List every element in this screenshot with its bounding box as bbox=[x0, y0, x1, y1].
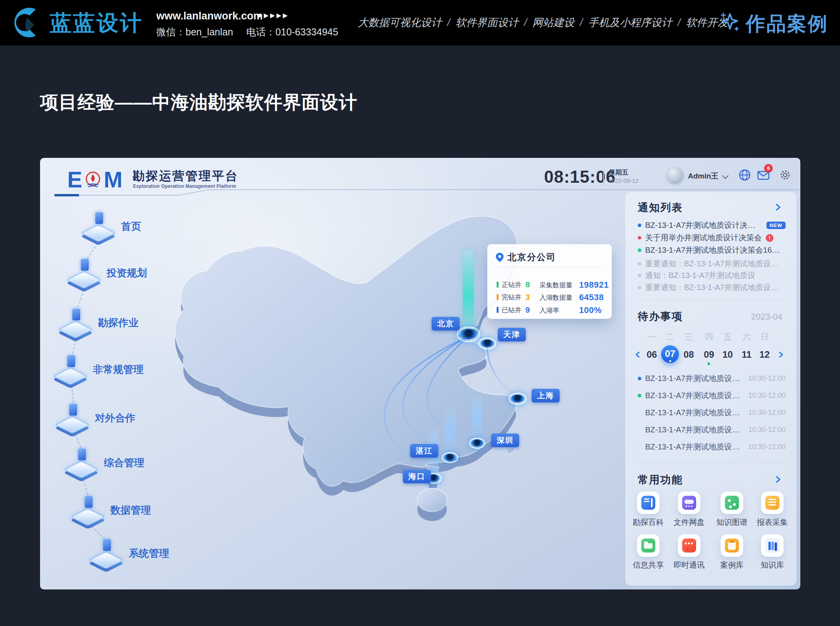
sidebar-item-system-management[interactable]: 系统管理 bbox=[89, 537, 169, 570]
calendar-day[interactable]: 08 bbox=[679, 349, 698, 360]
nav-item-bigdata[interactable]: 大数据可视化设计 bbox=[358, 17, 442, 28]
calendar-day[interactable]: 09 bbox=[700, 349, 718, 360]
notice-item[interactable]: 重要通知：BZ-13-1-A7井测试地质设计决策会16日14... bbox=[638, 259, 786, 269]
calendar-prev-arrow-icon[interactable] bbox=[635, 351, 641, 358]
selected-day-dot bbox=[669, 360, 671, 362]
notice-item[interactable]: 关于用举办井测试地质设计决策会! bbox=[638, 233, 786, 243]
calendar-day[interactable]: 10 bbox=[718, 349, 737, 360]
zhanjiang-marker[interactable] bbox=[442, 452, 458, 463]
lanlan-logo-icon bbox=[12, 6, 44, 39]
popup-stat-drilled: 已钻井 9 bbox=[497, 305, 530, 315]
sidebar-item-exploration-operations[interactable]: 勘探作业 bbox=[58, 306, 138, 339]
notice-item[interactable]: 重要通知：BZ-13-1-A7井测试地质设计决策会16日14... bbox=[638, 282, 786, 293]
portfolio-link[interactable]: 作品案例 bbox=[746, 11, 828, 37]
function-label: 案例库 bbox=[709, 560, 755, 570]
sidebar-item-label: 首页 bbox=[121, 220, 141, 233]
city-label-beijing[interactable]: 北京 bbox=[432, 317, 460, 330]
function-tile-file-drive[interactable] bbox=[678, 491, 700, 514]
city-label-zhanjiang[interactable]: 湛江 bbox=[410, 444, 438, 458]
clock-time: 08:15:06 bbox=[544, 167, 616, 187]
functions-more-arrow-icon[interactable] bbox=[774, 475, 782, 484]
notice-item[interactable]: BZ-13-1-A7井测试地质设计决策会16日14点开始NEW bbox=[638, 220, 786, 231]
notice-item[interactable]: 通知：BZ-13-1-A7井测试地质设 bbox=[638, 270, 786, 281]
calendar-day[interactable]: 11 bbox=[737, 349, 756, 360]
gear-icon[interactable] bbox=[778, 168, 792, 182]
popup-stat-drilling: 正钻井 8 bbox=[497, 280, 530, 289]
location-pin-icon bbox=[496, 253, 504, 262]
notices-more-arrow-icon[interactable] bbox=[774, 203, 782, 212]
weekday-label: 一 bbox=[642, 331, 661, 343]
event-day-dot bbox=[707, 362, 710, 365]
platform-3d-icon bbox=[71, 494, 107, 526]
clock-date: 2022-09-12 bbox=[609, 177, 639, 184]
todo-item[interactable]: BZ-13-1-A7井测试地质设计决策会10:30-12:00 bbox=[638, 425, 786, 435]
nav-separator: / bbox=[580, 17, 583, 28]
functions-title: 常用功能 bbox=[638, 473, 683, 487]
books-icon bbox=[765, 539, 779, 553]
function-tile-encyclopedia[interactable] bbox=[637, 491, 660, 514]
user-name[interactable]: Admin王 bbox=[688, 171, 718, 181]
popup-metric-lake: 入湖数据量 64538 bbox=[539, 292, 604, 303]
beijing-data-beam bbox=[463, 250, 474, 335]
top-header-bar: 蓝蓝设计 www.lanlanwork.com ▶▶▶▶▶ 微信：ben_lan… bbox=[0, 0, 840, 45]
zhanjiang-data-beam bbox=[445, 409, 455, 458]
todo-item[interactable]: BZ-13-1-A7井测试地质设计决策会10:30-12:00 bbox=[638, 407, 786, 418]
nav-item-mobile[interactable]: 手机及小程序设计 bbox=[588, 17, 672, 28]
calendar-day[interactable]: 12 bbox=[755, 349, 774, 360]
main-nav: 大数据可视化设计/软件界面设计/网站建设/手机及小程序设计/软件开发 bbox=[358, 16, 700, 30]
website-url[interactable]: www.lanlanwork.com bbox=[156, 10, 263, 22]
function-tile-knowledge-base[interactable] bbox=[761, 534, 784, 557]
alert-badge: ! bbox=[766, 234, 774, 242]
calendar-next-arrow-icon[interactable] bbox=[778, 351, 784, 358]
panel-divider bbox=[636, 299, 786, 300]
sidebar-item-label: 勘探作业 bbox=[98, 316, 138, 330]
weekday-label: 五 bbox=[718, 331, 737, 343]
tianjin-marker[interactable] bbox=[478, 337, 496, 350]
phone-label: 电话：010-63334945 bbox=[246, 26, 338, 37]
platform-3d-icon bbox=[81, 210, 117, 243]
popup-stat-completed: 完钻井 3 bbox=[497, 292, 530, 302]
todo-item[interactable]: BZ-13-1-A7井测试地质设计决策会...10:30-12:00 bbox=[638, 390, 786, 401]
function-tile-case-library[interactable] bbox=[721, 534, 743, 557]
panel-divider bbox=[636, 462, 786, 462]
popup-title: 北京分公司 bbox=[508, 251, 556, 263]
city-label-shanghai[interactable]: 上海 bbox=[532, 389, 560, 402]
sidebar-item-comprehensive-management[interactable]: 综合管理 bbox=[64, 446, 144, 479]
cnooc-emblem-icon bbox=[84, 170, 102, 189]
nav-item-website[interactable]: 网站建设 bbox=[532, 17, 574, 28]
todo-item[interactable]: BZ-13-1-A7井测试地质设计决策会10:30-12:00 bbox=[638, 442, 786, 452]
shenzhen-marker[interactable] bbox=[469, 438, 485, 449]
function-tile-report-collection[interactable] bbox=[761, 491, 784, 514]
sidebar-item-label: 综合管理 bbox=[104, 456, 144, 470]
todo-item[interactable]: BZ-13-1-A7井测试地质设计决策会...10:30-12:00 bbox=[638, 373, 786, 384]
function-label: 文件网盘 bbox=[666, 517, 712, 528]
notices-title: 通知列表 bbox=[638, 201, 683, 215]
weekday-label: 六 bbox=[737, 331, 756, 343]
city-label-tianjin[interactable]: 天津 bbox=[498, 328, 526, 341]
shanghai-marker[interactable] bbox=[509, 393, 527, 405]
function-label: 报表采集 bbox=[749, 517, 796, 528]
globe-icon[interactable] bbox=[738, 168, 752, 182]
notice-item[interactable]: BZ-13-1-A7井测试地质设计决策会16日14点开始！ bbox=[638, 245, 786, 255]
beijing-branch-popup: 北京分公司 正钻井 8 完钻井 3 已钻井 9 采集数据量 198921 bbox=[487, 244, 612, 319]
nav-separator: / bbox=[447, 17, 450, 28]
sidebar-item-investment-planning[interactable]: 投资规划 bbox=[67, 257, 147, 289]
weekday-label: 二 bbox=[661, 331, 679, 343]
brand-name: 蓝蓝设计 bbox=[50, 9, 143, 38]
beijing-marker[interactable] bbox=[457, 327, 480, 342]
sidebar-item-data-management[interactable]: 数据管理 bbox=[71, 494, 151, 526]
sidebar-item-home[interactable]: 首页 bbox=[81, 210, 141, 243]
function-tile-knowledge-graph[interactable] bbox=[721, 491, 743, 514]
clock-weekday: 星期五 bbox=[609, 168, 628, 177]
city-label-haikou[interactable]: 海口 bbox=[403, 470, 431, 483]
sidebar-item-unconventional-management[interactable]: 非常规管理 bbox=[53, 353, 144, 386]
function-label: 信息共享 bbox=[625, 560, 672, 570]
nav-item-software-ui[interactable]: 软件界面设计 bbox=[456, 17, 519, 28]
city-label-shenzhen[interactable]: 深圳 bbox=[491, 434, 519, 447]
calendar-day[interactable]: 06 bbox=[642, 349, 661, 360]
function-tile-instant-messaging[interactable] bbox=[678, 534, 700, 557]
page: 蓝蓝设计 www.lanlanwork.com ▶▶▶▶▶ 微信：ben_lan… bbox=[0, 0, 840, 626]
user-avatar[interactable] bbox=[667, 167, 683, 184]
sidebar-item-external-cooperation[interactable]: 对外合作 bbox=[55, 402, 135, 434]
function-tile-info-sharing[interactable] bbox=[637, 534, 660, 557]
